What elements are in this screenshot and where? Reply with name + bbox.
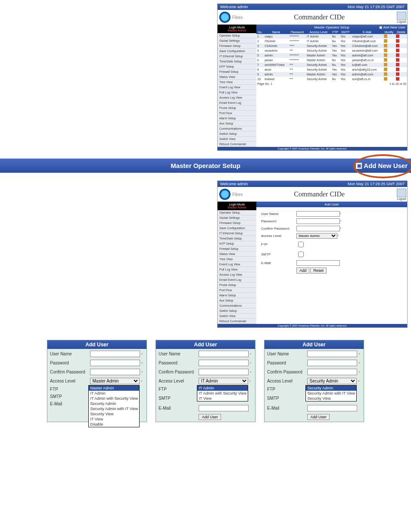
edit-icon[interactable]: [384, 68, 387, 71]
sidebar-item[interactable]: Email Event Log: [218, 100, 256, 106]
edit-icon[interactable]: [384, 39, 387, 43]
dropdown-option[interactable]: Security Admin with IT View: [306, 391, 356, 396]
dropdown-option[interactable]: Security View: [89, 411, 139, 417]
sidebar-item[interactable]: Aux Setup: [218, 298, 256, 303]
delete-icon[interactable]: [396, 77, 399, 81]
sidebar-item[interactable]: Email Event Log: [218, 277, 256, 283]
sidebar-item[interactable]: Firmware Setup: [218, 221, 256, 226]
sidebar-item[interactable]: Probe Setup: [218, 283, 256, 288]
dropdown-option[interactable]: Disable: [89, 422, 139, 427]
sidebar-item[interactable]: Alarm Setup: [218, 116, 256, 121]
sidebar-item[interactable]: Firewall Setup: [218, 246, 256, 252]
reset-button[interactable]: Reset: [310, 268, 327, 274]
sidebar-item[interactable]: Firmware Setup: [218, 44, 256, 49]
dropdown-option[interactable]: Security View: [306, 396, 356, 401]
username-input[interactable]: [296, 211, 340, 217]
access-level-select[interactable]: Master Admin: [296, 233, 337, 239]
delete-icon[interactable]: [396, 49, 399, 52]
sidebar-item[interactable]: Switch Setup: [218, 131, 256, 137]
add-button[interactable]: Add: [296, 268, 309, 274]
sidebar-item[interactable]: Aux Setup: [218, 121, 256, 126]
sidebar-item[interactable]: Probe Setup: [218, 106, 256, 111]
sidebar-item[interactable]: Poll Log View: [218, 90, 256, 95]
access-level-select-master[interactable]: Master Admin: [90, 378, 140, 384]
sidebar-item[interactable]: Event Log View: [218, 85, 256, 90]
sidebar-item[interactable]: Save Configuration: [218, 226, 256, 231]
delete-icon[interactable]: [396, 58, 399, 62]
sidebar-item[interactable]: Communications: [218, 126, 256, 131]
password-input[interactable]: [296, 218, 340, 224]
edit-icon[interactable]: [384, 58, 387, 62]
add-new-user-button[interactable]: ▣Add New User: [356, 162, 408, 169]
user-table: No.NamePasswordAccess LevelFTPSMTPE-Mail…: [256, 30, 407, 81]
ftp-checkbox[interactable]: [298, 242, 304, 247]
edit-icon[interactable]: [384, 53, 387, 57]
add-new-user-link[interactable]: ▣ Add New User: [379, 25, 405, 29]
sidebar-item[interactable]: Switch View: [218, 314, 256, 319]
sidebar-item[interactable]: NTP Setup: [218, 64, 256, 69]
dropdown-option[interactable]: Security Admin: [89, 401, 139, 406]
sidebar-item[interactable]: Access Log View: [218, 272, 256, 277]
sidebar-item[interactable]: Save Configuration: [218, 49, 256, 54]
add-user-button[interactable]: Add User: [199, 414, 221, 420]
sidebar-item[interactable]: Poll Log View: [218, 267, 256, 272]
sidebar-item[interactable]: Operator Setup: [218, 33, 256, 38]
sidebar-item[interactable]: Reboot Commander: [218, 142, 256, 147]
access-level-select-security[interactable]: Security Admin: [307, 378, 357, 384]
delete-icon[interactable]: [396, 39, 399, 43]
dropdown-option[interactable]: Master Admin: [89, 386, 139, 391]
sidebar-item[interactable]: Port Flow: [218, 288, 256, 293]
edit-icon[interactable]: [384, 77, 387, 81]
edit-icon[interactable]: [384, 49, 387, 52]
dropdown-option[interactable]: IT View: [197, 396, 248, 401]
sidebar-item[interactable]: Port Flow: [218, 111, 256, 116]
dropdown-option[interactable]: IT Admin: [197, 386, 248, 391]
screenshot-operator-setup: Welcome adminMon May 21 17:29:25 GMT 200…: [217, 3, 408, 151]
sidebar-item[interactable]: Status View: [218, 252, 256, 257]
sidebar-item[interactable]: IT Ethernet Setup: [218, 231, 256, 236]
dropdown-option[interactable]: IT Admin with Security View: [89, 396, 139, 401]
sidebar-item[interactable]: Tree View: [218, 80, 256, 85]
confirm-password-input[interactable]: [296, 226, 340, 231]
sidebar-item[interactable]: Access Log View: [218, 95, 256, 100]
sidebar-item[interactable]: Event Log View: [218, 262, 256, 267]
sidebar-item[interactable]: Tree View: [218, 257, 256, 262]
add-user-panel-security: Add User User Name * Password * Confirm …: [264, 340, 364, 422]
delete-icon[interactable]: [396, 34, 399, 38]
delete-icon[interactable]: [396, 68, 399, 71]
delete-icon[interactable]: [396, 53, 399, 57]
edit-icon[interactable]: [384, 72, 387, 76]
edit-icon[interactable]: [384, 44, 387, 47]
delete-icon[interactable]: [396, 44, 399, 47]
sidebar-item[interactable]: Operator Setup: [218, 210, 256, 215]
sidebar-item[interactable]: Status View: [218, 75, 256, 80]
sidebar-item[interactable]: Communications: [218, 303, 256, 308]
dropdown-option[interactable]: IT Admin with Security View: [197, 391, 248, 396]
dropdown-option[interactable]: Security Admin with IT View: [89, 406, 139, 411]
sidebar-item[interactable]: Switch View: [218, 137, 256, 142]
edit-icon[interactable]: [384, 63, 387, 66]
sidebar-item[interactable]: NTP Setup: [218, 241, 256, 246]
sidebar-item[interactable]: Global Settings: [218, 38, 256, 44]
sidebar-item[interactable]: Time/Date Setup: [218, 236, 256, 241]
delete-icon[interactable]: [396, 72, 399, 76]
dropdown-option[interactable]: Security Admin: [306, 386, 356, 391]
sidebar-item[interactable]: Alarm Setup: [218, 293, 256, 298]
sidebar-item[interactable]: Firewall Setup: [218, 69, 256, 75]
master-operator-setup-bar: Master Operator Setup ▣Add New User: [0, 159, 411, 173]
smtp-checkbox[interactable]: [298, 252, 304, 257]
sidebar-item[interactable]: Switch Setup: [218, 308, 256, 314]
sidebar-item[interactable]: IT Ethernet Setup: [218, 54, 256, 59]
email-input[interactable]: [296, 260, 340, 266]
sidebar-item[interactable]: Reboot Commander: [218, 319, 256, 324]
sidebar-item[interactable]: Time/Date Setup: [218, 59, 256, 64]
dropdown-option[interactable]: IT View: [89, 417, 139, 422]
edit-icon[interactable]: [384, 34, 387, 38]
access-level-select-it[interactable]: IT Admin: [199, 378, 248, 384]
add-user-panel-master: Add User User Name * Password * Confirm …: [47, 340, 147, 422]
screenshot-add-user: Welcome adminMon May 21 17:29:25 GMT 200…: [217, 180, 408, 328]
dropdown-option[interactable]: IT Admin: [89, 391, 139, 396]
delete-icon[interactable]: [396, 63, 399, 66]
add-user-button[interactable]: Add User: [307, 414, 330, 420]
sidebar-item[interactable]: Global Settings: [218, 215, 256, 221]
